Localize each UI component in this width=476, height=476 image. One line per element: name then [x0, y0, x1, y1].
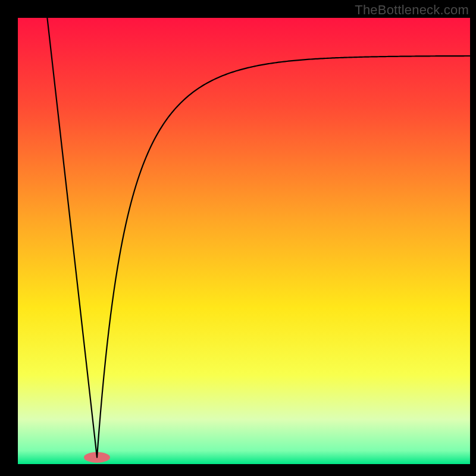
plot-background — [18, 18, 470, 464]
chart-frame: TheBottleneck.com — [0, 0, 476, 476]
bottleneck-plot — [0, 0, 476, 476]
watermark-label: TheBottleneck.com — [355, 2, 469, 18]
